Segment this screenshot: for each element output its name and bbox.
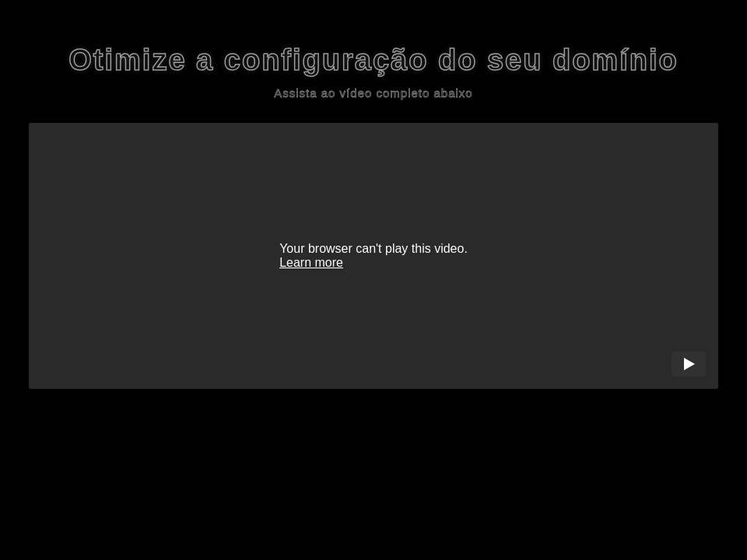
cant-play-text: Your browser can't play this video. bbox=[279, 242, 468, 256]
youtube-button[interactable] bbox=[672, 352, 706, 376]
learn-more-link[interactable]: Learn more bbox=[279, 256, 343, 270]
title-section: Otimize a configuração do seu domínio As… bbox=[68, 43, 678, 100]
video-container: Your browser can't play this video. Lear… bbox=[29, 123, 718, 389]
play-icon bbox=[684, 358, 695, 370]
page-subtitle: Assista ao vídeo completo abaixo bbox=[68, 86, 678, 100]
page-container: Otimize a configuração do seu domínio As… bbox=[0, 0, 747, 560]
page-title: Otimize a configuração do seu domínio bbox=[68, 43, 678, 79]
video-message: Your browser can't play this video. Lear… bbox=[279, 242, 468, 270]
